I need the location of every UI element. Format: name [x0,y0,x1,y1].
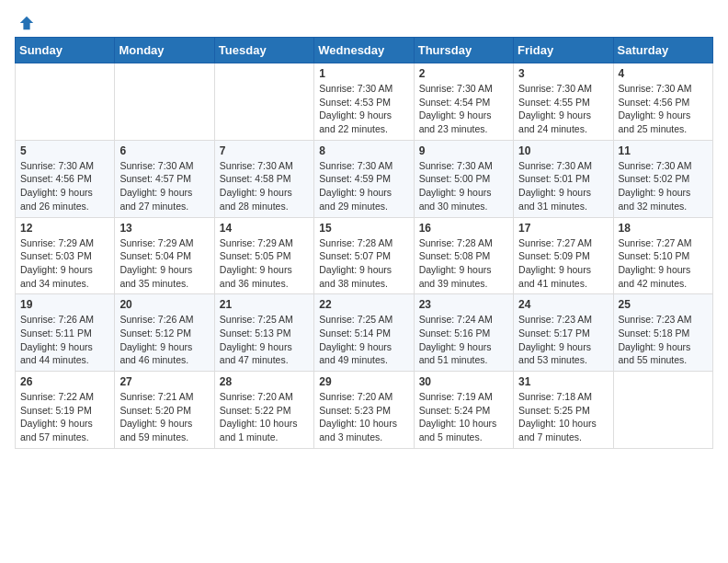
calendar-week-4: 26Sunrise: 7:22 AMSunset: 5:19 PMDayligh… [16,372,713,449]
calendar-cell: 20Sunrise: 7:26 AMSunset: 5:12 PMDayligh… [115,294,214,372]
calendar-cell: 17Sunrise: 7:27 AMSunset: 5:09 PMDayligh… [514,217,613,294]
day-number: 17 [518,222,608,235]
calendar-table: SundayMondayTuesdayWednesdayThursdayFrid… [15,37,713,449]
calendar-cell: 25Sunrise: 7:23 AMSunset: 5:18 PMDayligh… [613,294,712,372]
calendar-cell: 27Sunrise: 7:21 AMSunset: 5:20 PMDayligh… [115,372,214,449]
day-number: 25 [619,298,708,311]
calendar-week-0: 1Sunrise: 7:30 AMSunset: 4:53 PMDaylight… [16,63,713,141]
calendar-cell: 5Sunrise: 7:30 AMSunset: 4:56 PMDaylight… [16,140,115,217]
day-number: 2 [419,67,508,80]
calendar-cell: 8Sunrise: 7:30 AMSunset: 4:59 PMDaylight… [314,140,414,217]
calendar-cell: 24Sunrise: 7:23 AMSunset: 5:17 PMDayligh… [514,294,613,372]
calendar-cell: 22Sunrise: 7:25 AMSunset: 5:14 PMDayligh… [314,294,414,372]
calendar-cell: 6Sunrise: 7:30 AMSunset: 4:57 PMDaylight… [115,140,214,217]
weekday-header-thursday: Thursday [414,38,513,63]
calendar-cell [613,372,712,449]
day-info: Sunrise: 7:30 AMSunset: 4:58 PMDaylight:… [220,159,309,213]
day-number: 22 [319,298,408,311]
day-info: Sunrise: 7:26 AMSunset: 5:12 PMDaylight:… [119,313,209,367]
day-info: Sunrise: 7:18 AMSunset: 5:25 PMDaylight:… [518,390,608,444]
day-number: 20 [119,298,209,311]
day-number: 10 [518,144,608,157]
day-number: 9 [419,144,508,157]
day-info: Sunrise: 7:30 AMSunset: 4:53 PMDaylight:… [319,82,408,136]
day-info: Sunrise: 7:30 AMSunset: 5:00 PMDaylight:… [419,159,508,213]
day-number: 5 [20,144,109,157]
weekday-header-tuesday: Tuesday [214,38,313,63]
day-number: 23 [419,298,508,311]
calendar-cell: 14Sunrise: 7:29 AMSunset: 5:05 PMDayligh… [214,217,313,294]
calendar-week-2: 12Sunrise: 7:29 AMSunset: 5:03 PMDayligh… [16,217,713,294]
day-info: Sunrise: 7:26 AMSunset: 5:11 PMDaylight:… [20,313,109,367]
weekday-header-saturday: Saturday [613,38,712,63]
header [15,15,713,28]
calendar-cell [16,63,115,141]
calendar-cell: 15Sunrise: 7:28 AMSunset: 5:07 PMDayligh… [314,217,414,294]
calendar-cell [214,63,313,141]
calendar-cell [115,63,214,141]
day-number: 26 [20,375,109,388]
calendar-cell: 18Sunrise: 7:27 AMSunset: 5:10 PMDayligh… [613,217,712,294]
day-number: 14 [220,222,309,235]
calendar-cell: 23Sunrise: 7:24 AMSunset: 5:16 PMDayligh… [414,294,513,372]
day-info: Sunrise: 7:30 AMSunset: 4:59 PMDaylight:… [319,159,408,213]
calendar-cell: 29Sunrise: 7:20 AMSunset: 5:23 PMDayligh… [314,372,414,449]
day-info: Sunrise: 7:20 AMSunset: 5:23 PMDaylight:… [319,390,408,444]
day-number: 8 [319,144,408,157]
day-info: Sunrise: 7:28 AMSunset: 5:07 PMDaylight:… [319,236,408,291]
day-info: Sunrise: 7:19 AMSunset: 5:24 PMDaylight:… [419,390,508,444]
day-info: Sunrise: 7:30 AMSunset: 4:57 PMDaylight:… [119,159,209,213]
day-number: 7 [220,144,309,157]
calendar-cell: 11Sunrise: 7:30 AMSunset: 5:02 PMDayligh… [613,140,712,217]
day-info: Sunrise: 7:25 AMSunset: 5:14 PMDaylight:… [319,313,408,367]
svg-marker-0 [20,17,33,29]
day-info: Sunrise: 7:30 AMSunset: 5:01 PMDaylight:… [518,159,608,213]
calendar-header-row: SundayMondayTuesdayWednesdayThursdayFrid… [16,38,713,63]
day-number: 1 [319,67,408,80]
day-info: Sunrise: 7:27 AMSunset: 5:09 PMDaylight:… [518,236,608,291]
calendar-cell: 31Sunrise: 7:18 AMSunset: 5:25 PMDayligh… [514,372,613,449]
calendar-cell: 9Sunrise: 7:30 AMSunset: 5:00 PMDaylight… [414,140,513,217]
calendar-cell: 7Sunrise: 7:30 AMSunset: 4:58 PMDaylight… [214,140,313,217]
day-number: 11 [619,144,708,157]
calendar-cell: 30Sunrise: 7:19 AMSunset: 5:24 PMDayligh… [414,372,513,449]
day-number: 18 [619,222,708,235]
logo [15,15,35,28]
day-info: Sunrise: 7:30 AMSunset: 4:54 PMDaylight:… [419,82,508,136]
day-number: 29 [319,375,408,388]
day-number: 24 [518,298,608,311]
day-number: 30 [419,375,508,388]
calendar-cell: 10Sunrise: 7:30 AMSunset: 5:01 PMDayligh… [514,140,613,217]
calendar-cell: 1Sunrise: 7:30 AMSunset: 4:53 PMDaylight… [314,63,414,141]
day-info: Sunrise: 7:30 AMSunset: 4:56 PMDaylight:… [619,82,708,136]
weekday-header-friday: Friday [514,38,613,63]
day-info: Sunrise: 7:28 AMSunset: 5:08 PMDaylight:… [419,236,508,291]
day-info: Sunrise: 7:23 AMSunset: 5:17 PMDaylight:… [518,313,608,367]
calendar-cell: 4Sunrise: 7:30 AMSunset: 4:56 PMDaylight… [613,63,712,141]
day-number: 31 [518,375,608,388]
calendar-week-1: 5Sunrise: 7:30 AMSunset: 4:56 PMDaylight… [16,140,713,217]
day-info: Sunrise: 7:20 AMSunset: 5:22 PMDaylight:… [220,390,309,444]
day-number: 21 [220,298,309,311]
page-container: SundayMondayTuesdayWednesdayThursdayFrid… [0,0,728,464]
day-info: Sunrise: 7:29 AMSunset: 5:04 PMDaylight:… [119,236,209,291]
day-number: 28 [220,375,309,388]
day-number: 15 [319,222,408,235]
day-number: 6 [119,144,209,157]
day-number: 3 [518,67,608,80]
day-number: 4 [619,67,708,80]
calendar-week-3: 19Sunrise: 7:26 AMSunset: 5:11 PMDayligh… [16,294,713,372]
day-info: Sunrise: 7:21 AMSunset: 5:20 PMDaylight:… [119,390,209,444]
day-info: Sunrise: 7:30 AMSunset: 5:02 PMDaylight:… [619,159,708,213]
weekday-header-sunday: Sunday [16,38,115,63]
day-info: Sunrise: 7:29 AMSunset: 5:03 PMDaylight:… [20,236,109,291]
day-info: Sunrise: 7:23 AMSunset: 5:18 PMDaylight:… [619,313,708,367]
day-info: Sunrise: 7:30 AMSunset: 4:55 PMDaylight:… [518,82,608,136]
logo-icon [18,15,35,31]
day-info: Sunrise: 7:25 AMSunset: 5:13 PMDaylight:… [220,313,309,367]
day-number: 12 [20,222,109,235]
day-number: 19 [20,298,109,311]
calendar-cell: 21Sunrise: 7:25 AMSunset: 5:13 PMDayligh… [214,294,313,372]
calendar-cell: 16Sunrise: 7:28 AMSunset: 5:08 PMDayligh… [414,217,513,294]
day-info: Sunrise: 7:24 AMSunset: 5:16 PMDaylight:… [419,313,508,367]
